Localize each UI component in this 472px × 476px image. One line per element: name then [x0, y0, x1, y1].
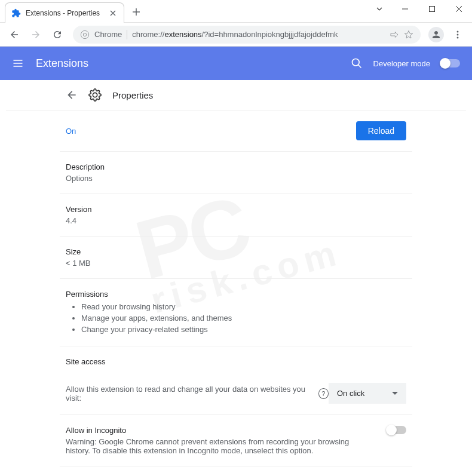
arrow-left-icon	[9, 29, 20, 40]
permission-item: Change your privacy-related settings	[81, 324, 406, 335]
close-icon	[455, 5, 462, 13]
permissions-row: Permissions Read your browsing history M…	[60, 279, 412, 346]
site-access-row: Allow this extension to read and change …	[60, 372, 412, 415]
description-label: Description	[66, 162, 406, 171]
reload-icon	[52, 29, 63, 40]
detail-header: Properties	[6, 80, 466, 110]
window-close-button[interactable]	[445, 0, 472, 18]
size-row: Size < 1 MB	[60, 237, 412, 279]
window-chevron-button[interactable]	[367, 0, 391, 18]
omnibox-prefix: Chrome	[94, 30, 122, 39]
status-value: On	[66, 127, 76, 136]
incognito-row: Allow in Incognito Warning: Google Chrom…	[60, 415, 412, 466]
size-value: < 1 MB	[66, 259, 406, 268]
omnibox-divider	[127, 30, 127, 39]
incognito-label: Allow in Incognito	[66, 426, 387, 435]
arrow-right-icon	[30, 29, 41, 40]
chevron-down-icon	[376, 5, 383, 13]
svg-rect-0	[429, 7, 434, 12]
address-bar[interactable]: Chrome chrome://extensions/?id=hhmnadonl…	[73, 26, 421, 44]
svg-point-1	[81, 30, 88, 38]
site-access-label: Site access	[66, 357, 406, 366]
incognito-toggle[interactable]	[387, 426, 406, 434]
extensions-header: Extensions Developer mode	[0, 47, 472, 80]
developer-mode-label: Developer mode	[373, 59, 430, 68]
plus-icon	[133, 8, 140, 16]
new-tab-button[interactable]	[128, 4, 145, 20]
tab-title: Extensions - Properties	[26, 9, 103, 17]
permissions-list: Read your browsing history Manage your a…	[66, 301, 406, 335]
browser-toolbar: Chrome chrome://extensions/?id=hhmnadonl…	[0, 23, 472, 47]
site-access-header-row: Site access	[60, 346, 412, 372]
close-icon	[110, 10, 116, 16]
dropdown-value: On click	[337, 389, 364, 398]
version-row: Version 4.4	[60, 194, 412, 237]
window-maximize-button[interactable]	[418, 0, 445, 18]
permission-item: Manage your apps, extensions, and themes	[81, 312, 406, 324]
kebab-icon	[453, 30, 462, 39]
extension-icon	[11, 8, 21, 18]
svg-point-3	[457, 30, 459, 32]
back-button[interactable]	[5, 25, 24, 44]
browser-tab[interactable]: Extensions - Properties	[5, 2, 124, 23]
permissions-label: Permissions	[66, 290, 406, 299]
svg-point-6	[352, 59, 359, 66]
chrome-icon	[80, 30, 90, 39]
reload-button[interactable]	[48, 25, 67, 44]
maximize-icon	[428, 5, 436, 13]
detail-title: Properties	[112, 90, 153, 100]
star-icon[interactable]	[404, 30, 413, 39]
version-value: 4.4	[66, 216, 406, 225]
status-row: On Reload	[60, 110, 412, 152]
reload-extension-button[interactable]: Reload	[356, 121, 406, 140]
description-value: Options	[66, 174, 406, 183]
size-label: Size	[66, 247, 406, 256]
search-icon[interactable]	[351, 57, 363, 69]
forward-button[interactable]	[26, 25, 45, 44]
window-minimize-button[interactable]	[391, 0, 418, 18]
minimize-icon	[401, 5, 409, 13]
avatar-icon	[428, 27, 444, 42]
window-titlebar: Extensions - Properties	[0, 0, 472, 23]
window-controls	[367, 0, 472, 18]
developer-mode-toggle[interactable]	[441, 59, 460, 67]
svg-point-4	[457, 33, 459, 35]
menu-button[interactable]	[448, 25, 467, 44]
share-icon[interactable]	[390, 30, 399, 39]
help-icon[interactable]: ?	[318, 388, 329, 399]
tab-close-button[interactable]	[108, 8, 118, 18]
description-row: Description Options	[60, 152, 412, 194]
extensions-title: Extensions	[36, 57, 351, 70]
file-urls-row: Allow access to file URLs	[60, 466, 412, 471]
detail-panel: On Reload Description Options Version 4.…	[60, 110, 412, 471]
svg-point-2	[83, 33, 86, 36]
version-label: Version	[66, 205, 406, 214]
back-arrow-icon[interactable]	[66, 89, 78, 101]
chevron-down-icon	[392, 392, 398, 395]
gear-icon	[88, 88, 102, 102]
hamburger-icon[interactable]	[12, 57, 24, 69]
site-access-text: Allow this extension to read and change …	[66, 385, 329, 403]
svg-point-5	[457, 36, 459, 38]
incognito-warning: Warning: Google Chrome cannot prevent ex…	[66, 437, 353, 455]
permission-item: Read your browsing history	[81, 301, 406, 312]
site-access-dropdown[interactable]: On click	[329, 383, 406, 404]
content-area: Properties On Reload Description Options…	[6, 80, 466, 471]
profile-button[interactable]	[427, 25, 446, 44]
omnibox-url: chrome://extensions/?id=hhmnadonlnpiokng…	[132, 30, 385, 39]
